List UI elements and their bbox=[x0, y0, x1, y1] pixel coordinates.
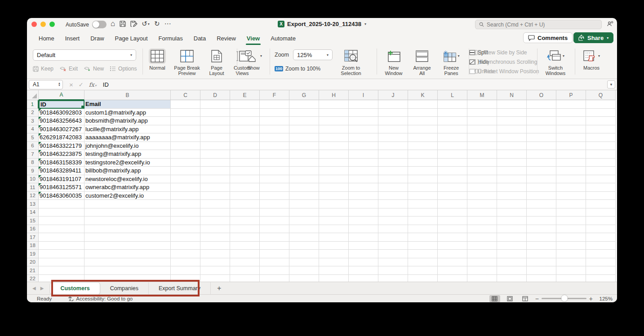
cell-A13[interactable] bbox=[39, 200, 84, 208]
cell-N21[interactable] bbox=[497, 266, 527, 275]
cell-Q9[interactable] bbox=[586, 167, 616, 175]
cell-F22[interactable] bbox=[260, 275, 289, 282]
cell-O18[interactable] bbox=[527, 242, 556, 250]
document-title[interactable]: Export_2025-10-20_112438 bbox=[287, 21, 361, 27]
cell-F19[interactable] bbox=[260, 250, 289, 258]
ribbon-tab-automate[interactable]: Automate bbox=[265, 31, 301, 45]
cell-A20[interactable] bbox=[39, 258, 84, 267]
cell-L20[interactable] bbox=[438, 258, 467, 267]
cell-O16[interactable] bbox=[527, 225, 556, 234]
row-header-2[interactable]: 2 bbox=[27, 109, 39, 117]
cell-H7[interactable] bbox=[319, 150, 349, 159]
cell-B21[interactable] bbox=[84, 266, 171, 275]
cell-L12[interactable] bbox=[438, 192, 467, 200]
cell-M8[interactable] bbox=[467, 159, 497, 167]
cell-E18[interactable] bbox=[230, 242, 260, 250]
cell-I2[interactable] bbox=[349, 109, 378, 117]
row-header-22[interactable]: 22 bbox=[27, 275, 39, 282]
cell-N19[interactable] bbox=[497, 250, 527, 258]
zoom-dropdown[interactable]: 125% ▾ bbox=[293, 49, 333, 60]
sheet-nav-left-icon[interactable]: ◀ bbox=[32, 286, 36, 291]
cell-D12[interactable] bbox=[200, 192, 230, 200]
cell-I10[interactable] bbox=[349, 175, 378, 184]
cell-O8[interactable] bbox=[527, 159, 556, 167]
zoom-in-button[interactable]: + bbox=[589, 295, 593, 302]
cell-E22[interactable] bbox=[230, 275, 260, 282]
cell-J16[interactable] bbox=[378, 225, 408, 234]
cell-K8[interactable] bbox=[408, 159, 438, 167]
cell-L21[interactable] bbox=[438, 266, 467, 275]
cell-C12[interactable] bbox=[171, 192, 200, 200]
cell-L7[interactable] bbox=[438, 150, 467, 159]
sheet-tab-customers[interactable]: Customers bbox=[50, 282, 100, 295]
accessibility-status[interactable]: Accessibility: Good to go bbox=[68, 296, 133, 301]
cell-O13[interactable] bbox=[527, 200, 556, 208]
cell-C11[interactable] bbox=[171, 183, 200, 192]
cell-J2[interactable] bbox=[378, 109, 408, 117]
cell-K15[interactable] bbox=[408, 217, 438, 225]
ribbon-tab-insert[interactable]: Insert bbox=[60, 31, 85, 45]
row-header-19[interactable]: 19 bbox=[27, 250, 39, 258]
cell-A22[interactable] bbox=[39, 275, 84, 282]
cell-B2[interactable]: custom1@matrixify.app bbox=[84, 109, 171, 117]
cell-Q22[interactable] bbox=[586, 275, 616, 282]
column-header-F[interactable]: F bbox=[260, 90, 289, 100]
cell-H4[interactable] bbox=[319, 125, 349, 134]
cell-Q19[interactable] bbox=[586, 250, 616, 258]
row-header-12[interactable]: 12 bbox=[27, 192, 39, 200]
cell-O4[interactable] bbox=[527, 125, 556, 134]
cell-Q13[interactable] bbox=[586, 200, 616, 208]
cell-H11[interactable] bbox=[319, 183, 349, 192]
cell-O15[interactable] bbox=[527, 217, 556, 225]
cell-H9[interactable] bbox=[319, 167, 349, 175]
zoom-out-button[interactable]: − bbox=[535, 295, 539, 302]
cell-K10[interactable] bbox=[408, 175, 438, 184]
column-header-A[interactable]: A bbox=[39, 90, 84, 100]
cell-J11[interactable] bbox=[378, 183, 408, 192]
cell-G13[interactable] bbox=[289, 200, 319, 208]
cell-E15[interactable] bbox=[230, 217, 260, 225]
cell-E4[interactable] bbox=[230, 125, 260, 134]
cell-F5[interactable] bbox=[260, 133, 289, 142]
cell-A18[interactable] bbox=[39, 242, 84, 250]
cell-A7[interactable]: 9018463223875 bbox=[39, 150, 84, 159]
cell-D11[interactable] bbox=[200, 183, 230, 192]
cell-C19[interactable] bbox=[171, 250, 200, 258]
cell-C4[interactable] bbox=[171, 125, 200, 134]
zoom-to-100-button[interactable]: 100 Zoom to 100% bbox=[275, 66, 333, 72]
cell-K13[interactable] bbox=[408, 200, 438, 208]
cell-A4[interactable]: 9018463027267 bbox=[39, 125, 84, 134]
cell-H12[interactable] bbox=[319, 192, 349, 200]
cell-L16[interactable] bbox=[438, 225, 467, 234]
row-header-13[interactable]: 13 bbox=[27, 200, 39, 208]
cell-N3[interactable] bbox=[497, 117, 527, 125]
cell-K6[interactable] bbox=[408, 142, 438, 150]
cell-B3[interactable]: bobsmith@matrixify.app bbox=[84, 117, 171, 125]
cell-I8[interactable] bbox=[349, 159, 378, 167]
normal-view-button[interactable]: Normal bbox=[147, 49, 167, 71]
cell-Q18[interactable] bbox=[586, 242, 616, 250]
add-sheet-button[interactable]: + bbox=[217, 284, 221, 292]
cell-C15[interactable] bbox=[171, 217, 200, 225]
cell-B13[interactable] bbox=[84, 200, 171, 208]
cell-N13[interactable] bbox=[497, 200, 527, 208]
cell-E12[interactable] bbox=[230, 192, 260, 200]
cell-K19[interactable] bbox=[408, 250, 438, 258]
cell-P14[interactable] bbox=[556, 208, 586, 217]
cell-E16[interactable] bbox=[230, 225, 260, 234]
cancel-entry-icon[interactable]: × bbox=[69, 81, 73, 88]
row-header-10[interactable]: 10 bbox=[27, 175, 39, 184]
share-chevron-icon[interactable]: ▾ bbox=[607, 36, 608, 40]
cell-B17[interactable] bbox=[84, 233, 171, 242]
cell-I18[interactable] bbox=[349, 242, 378, 250]
cell-O7[interactable] bbox=[527, 150, 556, 159]
cell-N11[interactable] bbox=[497, 183, 527, 192]
cell-P16[interactable] bbox=[556, 225, 586, 234]
cell-P22[interactable] bbox=[556, 275, 586, 282]
ribbon-tab-view[interactable]: View bbox=[241, 31, 265, 45]
cell-D19[interactable] bbox=[200, 250, 230, 258]
cell-H21[interactable] bbox=[319, 266, 349, 275]
cell-M12[interactable] bbox=[467, 192, 497, 200]
cell-G19[interactable] bbox=[289, 250, 319, 258]
cell-A5[interactable]: 6262918742083 bbox=[39, 133, 84, 142]
